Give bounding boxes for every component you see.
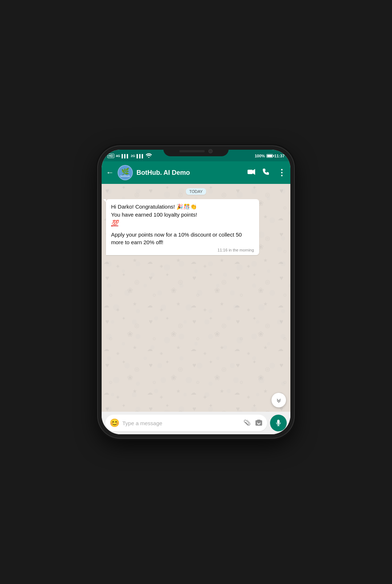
signal-bars-2: ▌▌▌ xyxy=(136,154,144,158)
voice-message-button[interactable] xyxy=(270,415,287,431)
wifi-icon xyxy=(146,153,152,158)
avatar[interactable]: 🌿 bothub xyxy=(118,165,133,180)
battery-icon xyxy=(266,154,273,158)
phone-notch xyxy=(163,146,229,156)
video-call-icon[interactable] xyxy=(248,169,256,177)
phone-frame: HD 4G ▌▌▌ 2G ▌▌▌ 100% 11:37 xyxy=(98,146,294,438)
network-4g: 4G xyxy=(116,154,120,158)
received-message: Hi Darko! Congratulations! 🎉🎊👏 You have … xyxy=(106,199,259,255)
message-discount: Apply your points now for a 10% discount… xyxy=(111,231,254,247)
back-button[interactable]: ← xyxy=(106,169,114,177)
avatar-leaf-icon: 🌿 xyxy=(121,168,129,175)
message-line2: You have earned 100 loyalty points! xyxy=(111,212,197,218)
signal-bars-1: ▌▌▌ xyxy=(122,154,129,158)
message-timestamp: 11:16 in the morning xyxy=(111,248,254,252)
chat-area: ♥ ✦ ◎ ⊙ ❀ ☁ ★ ◈ TODAY xyxy=(102,184,290,412)
svg-marker-1 xyxy=(253,169,255,175)
message-text: Hi Darko! Congratulations! 🎉🎊👏 You have … xyxy=(111,203,254,227)
chat-header: ← 🌿 bothub BotHub. AI Demo xyxy=(102,161,290,184)
hd-icon: HD xyxy=(107,154,114,158)
battery-percent: 100% xyxy=(255,154,265,158)
camera-icon[interactable] xyxy=(255,418,263,428)
emoji-button[interactable]: 😊 xyxy=(110,418,119,428)
clock: 11:37 xyxy=(274,154,285,158)
scroll-down-button[interactable] xyxy=(271,393,286,407)
header-action-icons: ⋮ xyxy=(248,168,286,178)
status-left: HD 4G ▌▌▌ 2G ▌▌▌ xyxy=(107,153,152,158)
voice-call-icon[interactable] xyxy=(263,168,270,177)
date-badge: TODAY xyxy=(106,188,286,195)
message-input[interactable]: Type a message xyxy=(122,420,241,426)
svg-rect-0 xyxy=(248,170,253,174)
status-right: 100% 11:37 xyxy=(255,154,285,158)
more-options-icon[interactable]: ⋮ xyxy=(277,168,286,178)
points-emoji: 💯 xyxy=(111,220,118,226)
message-bubble: Hi Darko! Congratulations! 🎉🎊👏 You have … xyxy=(106,199,259,255)
phone-screen: HD 4G ▌▌▌ 2G ▌▌▌ 100% 11:37 xyxy=(102,150,290,434)
message-line1: Hi Darko! Congratulations! 🎉🎊👏 xyxy=(111,204,197,210)
avatar-label: bothub xyxy=(121,175,130,177)
message-line3: Apply your points now for a 10% discount… xyxy=(111,231,242,246)
input-bar: 😊 Type a message xyxy=(102,412,290,434)
message-input-container[interactable]: 😊 Type a message xyxy=(105,415,267,431)
front-camera xyxy=(208,149,213,153)
speaker xyxy=(179,150,205,152)
network-2g: 2G xyxy=(131,154,135,158)
contact-name[interactable]: BotHub. AI Demo xyxy=(136,169,244,177)
attach-icon[interactable] xyxy=(242,417,254,430)
date-badge-text: TODAY xyxy=(186,188,207,195)
